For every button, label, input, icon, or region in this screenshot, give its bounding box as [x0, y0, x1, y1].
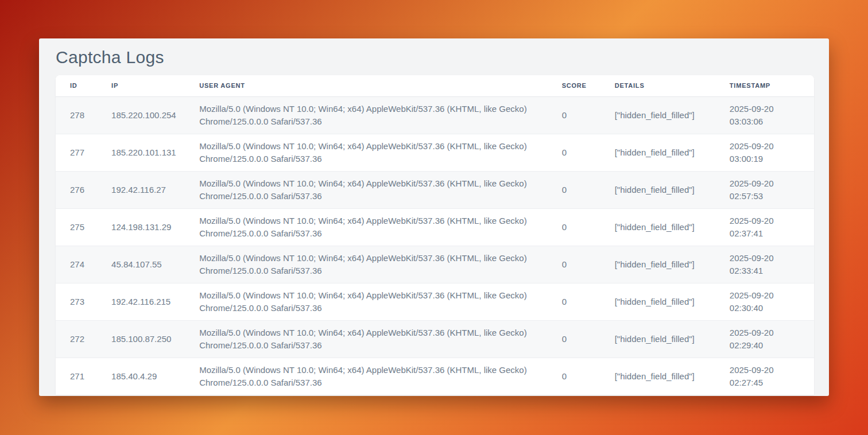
cell-ip: 185.40.4.29 [97, 358, 185, 395]
page-title: Captcha Logs [56, 48, 814, 67]
cell-user-agent: Mozilla/5.0 (Windows NT 10.0; Win64; x64… [185, 134, 547, 171]
cell-score: 0 [548, 320, 600, 358]
cell-timestamp: 2025-09-20 02:57:53 [715, 171, 814, 208]
cell-score: 0 [548, 283, 600, 320]
cell-id: 275 [56, 208, 97, 246]
cell-ip: 192.42.116.27 [97, 171, 185, 208]
cell-timestamp: 2025-09-20 03:00:19 [715, 134, 814, 171]
cell-score: 0 [548, 134, 600, 171]
cell-user-agent: Mozilla/5.0 (Windows NT 10.0; Win64; x64… [185, 358, 547, 395]
cell-timestamp: 2025-09-20 02:37:41 [715, 208, 814, 246]
captcha-logs-card: Captcha Logs ID IP USER AGENT SCORE DETA… [39, 38, 829, 396]
cell-score: 0 [548, 171, 600, 208]
cell-ip: 192.42.116.215 [97, 283, 185, 320]
column-header-id: ID [56, 75, 97, 96]
cell-details: ["hidden_field_filled"] [600, 96, 715, 134]
cell-score: 0 [548, 96, 600, 134]
cell-score: 0 [548, 246, 600, 283]
table-header: ID IP USER AGENT SCORE DETAILS TIMESTAMP [56, 75, 814, 96]
column-header-details: DETAILS [600, 75, 715, 96]
table-row: 277 185.220.101.131 Mozilla/5.0 (Windows… [56, 134, 814, 171]
cell-score: 0 [548, 208, 600, 246]
column-header-useragent: USER AGENT [185, 75, 547, 96]
cell-timestamp: 2025-09-20 02:33:41 [715, 246, 814, 283]
cell-id: 272 [56, 320, 97, 358]
table-row: 272 185.100.87.250 Mozilla/5.0 (Windows … [56, 320, 814, 358]
cell-timestamp: 2025-09-20 02:27:45 [715, 358, 814, 395]
cell-score: 0 [548, 358, 600, 395]
cell-id: 271 [56, 358, 97, 395]
cell-details: ["hidden_field_filled"] [600, 358, 715, 395]
cell-id: 277 [56, 134, 97, 171]
cell-user-agent: Mozilla/5.0 (Windows NT 10.0; Win64; x64… [185, 246, 547, 283]
cell-ip: 124.198.131.29 [97, 208, 185, 246]
cell-id: 276 [56, 171, 97, 208]
cell-id: 278 [56, 96, 97, 134]
cell-ip: 185.220.101.131 [97, 134, 185, 171]
cell-ip: 185.100.87.250 [97, 320, 185, 358]
cell-details: ["hidden_field_filled"] [600, 283, 715, 320]
cell-details: ["hidden_field_filled"] [600, 320, 715, 358]
table-row: 274 45.84.107.55 Mozilla/5.0 (Windows NT… [56, 246, 814, 283]
table-row: 271 185.40.4.29 Mozilla/5.0 (Windows NT … [56, 358, 814, 395]
cell-id: 274 [56, 246, 97, 283]
table-body: 278 185.220.100.254 Mozilla/5.0 (Windows… [56, 96, 814, 395]
logs-table: ID IP USER AGENT SCORE DETAILS TIMESTAMP… [56, 75, 814, 395]
cell-ip: 45.84.107.55 [97, 246, 185, 283]
cell-user-agent: Mozilla/5.0 (Windows NT 10.0; Win64; x64… [185, 96, 547, 134]
cell-timestamp: 2025-09-20 02:30:40 [715, 283, 814, 320]
cell-user-agent: Mozilla/5.0 (Windows NT 10.0; Win64; x64… [185, 320, 547, 358]
table-row: 275 124.198.131.29 Mozilla/5.0 (Windows … [56, 208, 814, 246]
cell-timestamp: 2025-09-20 02:29:40 [715, 320, 814, 358]
table-row: 276 192.42.116.27 Mozilla/5.0 (Windows N… [56, 171, 814, 208]
cell-user-agent: Mozilla/5.0 (Windows NT 10.0; Win64; x64… [185, 283, 547, 320]
column-header-timestamp: TIMESTAMP [715, 75, 814, 96]
cell-details: ["hidden_field_filled"] [600, 208, 715, 246]
table-row: 273 192.42.116.215 Mozilla/5.0 (Windows … [56, 283, 814, 320]
cell-ip: 185.220.100.254 [97, 96, 185, 134]
column-header-ip: IP [97, 75, 185, 96]
cell-id: 273 [56, 283, 97, 320]
cell-timestamp: 2025-09-20 03:03:06 [715, 96, 814, 134]
cell-user-agent: Mozilla/5.0 (Windows NT 10.0; Win64; x64… [185, 208, 547, 246]
logs-table-container: ID IP USER AGENT SCORE DETAILS TIMESTAMP… [56, 75, 814, 395]
cell-details: ["hidden_field_filled"] [600, 171, 715, 208]
cell-details: ["hidden_field_filled"] [600, 246, 715, 283]
cell-user-agent: Mozilla/5.0 (Windows NT 10.0; Win64; x64… [185, 171, 547, 208]
cell-details: ["hidden_field_filled"] [600, 134, 715, 171]
column-header-score: SCORE [548, 75, 600, 96]
table-row: 278 185.220.100.254 Mozilla/5.0 (Windows… [56, 96, 814, 134]
